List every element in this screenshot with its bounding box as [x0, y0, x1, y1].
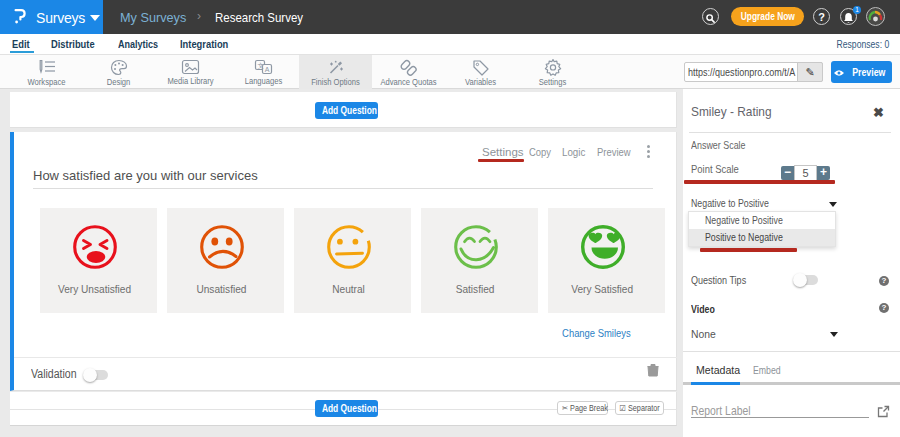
svg-text:文: 文 — [257, 62, 264, 69]
svg-text:A: A — [264, 66, 269, 73]
